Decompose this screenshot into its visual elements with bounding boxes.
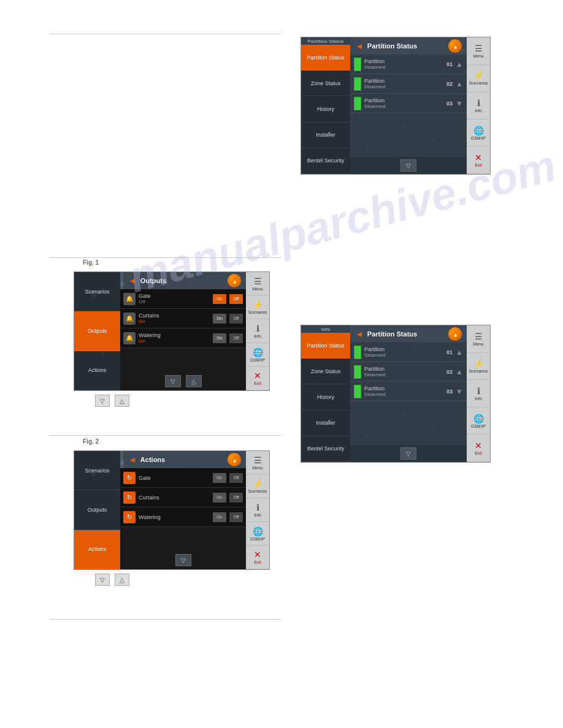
outputs-right-icons: ☰ Menu ⚡ Scenarios ℹ Info 🌐 GSM/IP ✕ Exi…	[246, 272, 269, 390]
sidebar-item-history[interactable]: History	[301, 96, 350, 122]
sidebar-item-partition-status[interactable]: Partition Status	[301, 45, 350, 70]
br-chevron-2: ▲	[456, 368, 463, 376]
outputs-scenarios-icon-btn[interactable]: ⚡ Scenarios	[246, 296, 269, 320]
br-partition-row-2[interactable]: Partition Disarmed 02 ▲	[350, 362, 467, 382]
back-arrow-icon[interactable]: ◄	[355, 41, 364, 51]
br-status-bar-1	[354, 346, 361, 359]
gsmip-icon: 🌐	[473, 126, 484, 135]
curtains-action-off-btn[interactable]: Off	[229, 493, 243, 502]
partition-list: Partition Disarmed 01 ▲ Partition Disarm…	[350, 55, 467, 174]
chevron-icon-3: ▼	[456, 99, 463, 108]
br-nav-down-button[interactable]: ▽	[400, 447, 416, 460]
gate-off-button[interactable]: Off	[229, 294, 243, 304]
br-partition-info-3: Partition Disarmed	[364, 385, 443, 397]
watering-on-button[interactable]: On	[213, 333, 226, 343]
info-icon-btn[interactable]: ℹ Info	[467, 92, 490, 119]
action-row-gate: ↻ Gate On Off	[120, 468, 246, 488]
menu-icon-btn[interactable]: ☰ Menu	[467, 37, 490, 65]
br-status-bar-2	[354, 365, 361, 379]
sidebar-outputs-btn[interactable]: Outputs	[74, 311, 120, 351]
br-exit-icon-btn[interactable]: ✕ Exit	[467, 434, 490, 462]
outputs-info-icon-btn[interactable]: ℹ Info	[246, 319, 269, 343]
scenarios-icon: ⚡	[253, 300, 263, 309]
bottom-right-sidebar-installer[interactable]: Installer	[301, 411, 350, 436]
menu-icon: ☰	[475, 44, 483, 53]
br-partition-row-1[interactable]: Partition Disarmed 01 ▲	[350, 343, 467, 362]
curtains-on-button[interactable]: On	[213, 314, 226, 324]
outputs-gsmip-icon-btn[interactable]: 🌐 GSM/IP	[246, 343, 269, 367]
partition-info-2: Partition Disarmed	[364, 78, 443, 89]
br-gsmip-icon-btn[interactable]: 🌐 GSM/IP	[467, 408, 490, 435]
curtains-output-icon: 🔔	[123, 313, 136, 325]
bottom-right-info-sidebar: Info Partition Status Zone Status Histor…	[301, 325, 350, 462]
bottom-right-sidebar-history[interactable]: History	[301, 384, 350, 410]
gate-on-button[interactable]: On	[213, 294, 226, 304]
gate-action-on-btn[interactable]: On	[213, 473, 226, 483]
sidebar-item-zone-status[interactable]: Zone Status	[301, 70, 350, 96]
partition-row-2[interactable]: Partition Disarmed 02 ▲	[350, 74, 467, 94]
bottom-right-sidebar-bentel[interactable]: Bentel Security	[301, 436, 350, 462]
partition-row-1[interactable]: Partition Disarmed 01 ▲	[350, 55, 467, 74]
info-icon: ℹ	[477, 98, 480, 108]
action-row-watering: ↻ Watering On Off	[120, 507, 246, 527]
mid-divider-1	[49, 257, 281, 258]
sidebar-item-installer[interactable]: Installer	[301, 123, 350, 148]
actions-info-icon-btn[interactable]: ℹ Info	[246, 498, 269, 522]
sidebar-item-bentel[interactable]: Bentel Security	[301, 148, 350, 174]
curtains-output-info: Curtains On	[139, 313, 210, 324]
actions-sidebar-actions-btn[interactable]: Actions	[74, 530, 120, 569]
actions-back-arrow[interactable]: ◄	[128, 455, 137, 464]
outputs-nav-down[interactable]: ▽	[165, 375, 181, 387]
br-back-arrow[interactable]: ◄	[355, 329, 364, 339]
info-icon: ℹ	[256, 324, 259, 333]
br-scenarios-icon-btn[interactable]: ⚡ Scenarios	[467, 353, 490, 381]
nav-down-button[interactable]: ▽	[400, 159, 416, 172]
actions-scenarios-icon-btn[interactable]: ⚡ Scenarios	[246, 475, 269, 499]
scenarios-sidebar: Scenarios Outputs Actions	[74, 272, 120, 390]
actions-nav-down[interactable]: ▽	[175, 554, 191, 566]
bottom-right-partition-list: Partition Disarmed 01 ▲ Partition Disarm…	[350, 343, 467, 462]
mid-divider-2	[49, 435, 281, 436]
watering-action-on-btn[interactable]: On	[213, 512, 226, 522]
scenarios-icon: ⚡	[473, 70, 484, 80]
br-chevron-3: ▼	[456, 387, 463, 396]
sidebar-actions-btn[interactable]: Actions	[74, 351, 120, 390]
br-info-icon-btn[interactable]: ℹ Info	[467, 380, 490, 408]
curtains-action-on-btn[interactable]: On	[213, 493, 226, 502]
actions-sidebar-outputs-btn[interactable]: Outputs	[74, 490, 120, 529]
outputs-nav-up[interactable]: △	[186, 375, 202, 387]
bottom-right-sidebar-partition[interactable]: Partition Status	[301, 333, 350, 358]
outputs-below-up-btn[interactable]: △	[115, 395, 129, 407]
actions-gsmip-icon-btn[interactable]: 🌐 GSM/IP	[246, 522, 269, 546]
actions-below-up-btn[interactable]: △	[115, 574, 129, 586]
gsmip-icon-btn[interactable]: 🌐 GSM/IP	[467, 119, 490, 147]
outputs-back-arrow[interactable]: ◄	[128, 276, 137, 286]
bottom-right-sidebar-zone[interactable]: Zone Status	[301, 358, 350, 384]
br-partition-row-3[interactable]: Partition Disarmed 03 ▼	[350, 382, 467, 401]
actions-sidebar-scenarios-btn[interactable]: Scenarios	[74, 451, 120, 490]
status-bar-1	[354, 58, 361, 71]
outputs-below-down-btn[interactable]: ▽	[95, 395, 110, 407]
actions-below-down-btn[interactable]: ▽	[95, 574, 110, 586]
curtains-action-icon: ↻	[123, 491, 136, 504]
outputs-menu-icon-btn[interactable]: ☰ Menu	[246, 272, 269, 296]
actions-menu-icon-btn[interactable]: ☰ Menu	[246, 451, 269, 475]
gate-output-icon: 🔔	[123, 293, 136, 305]
scenarios-icon-btn[interactable]: ⚡ Scenarios	[467, 65, 490, 93]
actions-exit-icon-btn[interactable]: ✕ Exit	[246, 545, 269, 569]
exit-icon-btn[interactable]: ✕ Exit	[467, 146, 490, 174]
gate-action-off-btn[interactable]: Off	[229, 473, 243, 483]
outputs-exit-icon-btn[interactable]: ✕ Exit	[246, 366, 269, 390]
watering-output-info: Watering On	[139, 332, 210, 344]
br-menu-icon-btn[interactable]: ☰ Menu	[467, 325, 490, 353]
watering-action-off-btn[interactable]: Off	[229, 512, 243, 522]
output-row-curtains: 🔔 Curtains On On Off	[120, 309, 246, 328]
outputs-panel: Scenarios Outputs Actions ☰ Menu ⚡ Scena…	[74, 271, 270, 391]
action-row-curtains: ↻ Curtains On Off	[120, 488, 246, 507]
curtains-off-button[interactable]: Off	[229, 314, 243, 324]
watering-action-info: Watering	[139, 514, 210, 520]
sidebar-scenarios-btn[interactable]: Scenarios	[74, 272, 120, 311]
info-label: Partition Status	[307, 39, 343, 44]
partition-row-3[interactable]: Partition Disarmed 03 ▼	[350, 94, 467, 113]
watering-off-button[interactable]: Off	[229, 333, 243, 343]
